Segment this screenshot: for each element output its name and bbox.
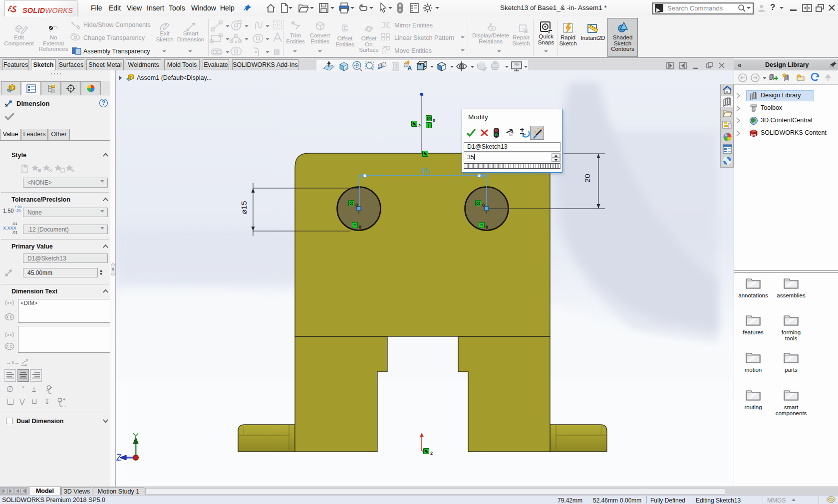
svg-text:45: 45 [421, 166, 430, 175]
svg-text:20: 20 [583, 174, 591, 183]
svg-text:A: A [407, 64, 412, 72]
svg-text:SW: SW [751, 133, 756, 136]
svg-text:⌀15: ⌀15 [240, 201, 248, 215]
